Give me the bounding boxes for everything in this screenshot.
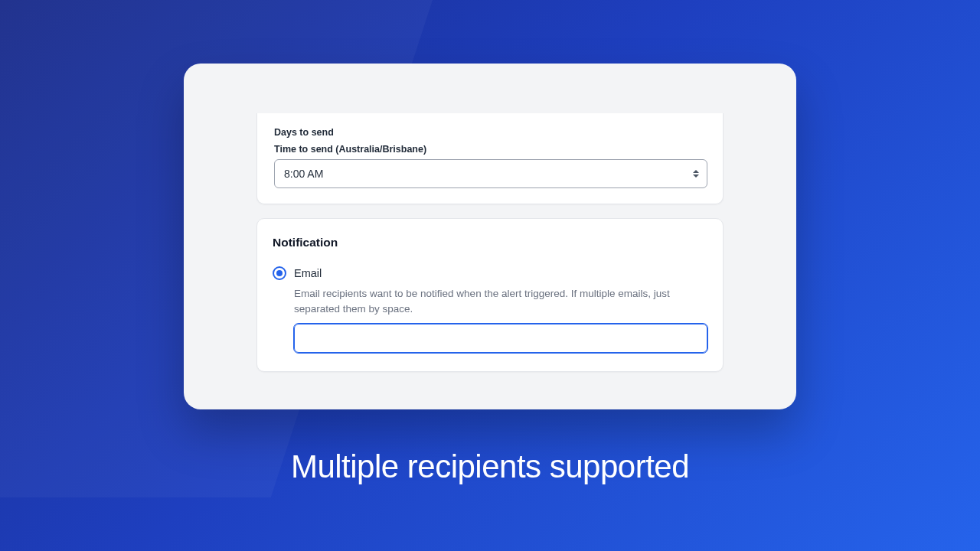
email-option-row: Email: [273, 266, 707, 280]
email-radio[interactable]: [273, 266, 286, 280]
email-help-text: Email recipients want to be notified whe…: [294, 286, 707, 316]
caption-text: Multiple recipients supported: [0, 448, 980, 485]
time-to-send-value: 8:00 AM: [284, 168, 323, 180]
notification-panel: Notification Email Email recipients want…: [256, 218, 724, 372]
schedule-panel: Days to send Time to send (Australia/Bri…: [256, 113, 724, 204]
settings-card: Days to send Time to send (Australia/Bri…: [184, 64, 796, 409]
notification-title: Notification: [273, 236, 707, 249]
time-to-send-select[interactable]: 8:00 AM: [274, 159, 707, 188]
select-stepper-icon: [693, 170, 699, 178]
days-to-send-label: Days to send: [274, 127, 707, 138]
email-radio-label: Email: [294, 267, 322, 279]
time-to-send-label: Time to send (Australia/Brisbane): [274, 144, 707, 155]
email-recipients-input[interactable]: [294, 324, 707, 353]
background: Days to send Time to send (Australia/Bri…: [0, 0, 980, 551]
